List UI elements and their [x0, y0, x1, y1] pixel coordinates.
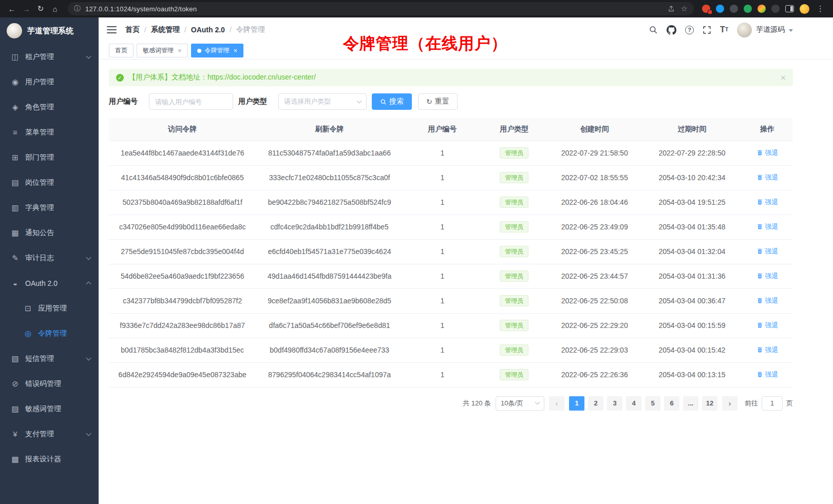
github-icon[interactable] — [667, 25, 676, 35]
sidebar-item-label: 角色管理 — [25, 103, 90, 112]
table-row: 41c41346a548490f9dc8b01c6bfe0865333ecfc7… — [109, 165, 793, 190]
action-cell: 强退 — [742, 362, 793, 387]
force-logout-button[interactable]: 强退 — [756, 370, 779, 379]
page-button-1[interactable]: 1 — [569, 396, 584, 411]
sidebar-item-role[interactable]: ◈角色管理 — [0, 94, 99, 120]
browser-menu-icon[interactable]: ⋮ — [815, 4, 826, 13]
page-more-button[interactable]: ... — [683, 396, 698, 411]
extension-icon[interactable] — [744, 5, 752, 13]
bookmark-star-icon[interactable]: ☆ — [681, 4, 688, 13]
page-button-6[interactable]: 6 — [664, 396, 679, 411]
tab-close-icon[interactable]: × — [178, 47, 182, 54]
force-logout-button[interactable]: 强退 — [756, 198, 779, 207]
sidebar-item-oauth2-app[interactable]: ⊡应用管理 — [0, 296, 99, 321]
user-type-select[interactable]: 请选择用户类型 — [278, 93, 367, 110]
force-logout-button[interactable]: 强退 — [756, 247, 779, 256]
refresh-token-cell: e6cfd40eb1f54571a31e775e039c4624 — [256, 239, 403, 264]
action-cell: 强退 — [742, 313, 793, 338]
extension-icon[interactable] — [758, 5, 766, 13]
sidebar-item-label: 用户管理 — [25, 77, 90, 87]
browser-forward-icon[interactable]: → — [20, 2, 33, 15]
sidebar-item-dept[interactable]: ⊞部门管理 — [0, 145, 99, 170]
reset-button[interactable]: ↻ 重置 — [418, 93, 458, 110]
force-logout-button[interactable]: 强退 — [756, 272, 779, 281]
search-button[interactable]: 搜索 — [372, 93, 412, 110]
goto-page-input[interactable] — [762, 396, 783, 411]
breadcrumb-item[interactable]: OAuth 2.0 — [191, 26, 225, 34]
user-menu[interactable]: 芋道源码 — [737, 23, 793, 37]
extension-icon[interactable] — [730, 5, 738, 13]
token-table: 访问令牌刷新令牌用户编号用户类型创建时间过期时间操作 1ea5e44f8bc14… — [109, 118, 793, 387]
sidebar-item-pay[interactable]: ¥支付管理 — [0, 421, 99, 447]
app-logo-area[interactable]: 芋道管理系统 — [0, 17, 99, 44]
force-logout-label: 强退 — [765, 222, 779, 231]
sidebar-item-post[interactable]: ▤岗位管理 — [0, 170, 99, 195]
sidebar-item-audit-log[interactable]: ✎审计日志 — [0, 245, 99, 270]
sidebar-item-user[interactable]: ◉用户管理 — [0, 69, 99, 94]
alert-prefix: 【用户体系】文档地址： — [128, 73, 207, 81]
page-button-12[interactable]: 12 — [702, 396, 717, 411]
tab-sensitive-word[interactable]: 敏感词管理× — [137, 44, 188, 57]
browser-home-icon[interactable]: ⌂ — [48, 2, 62, 15]
breadcrumb-item[interactable]: 首页 — [125, 25, 140, 34]
prev-page-button[interactable]: ‹ — [549, 396, 564, 411]
sidebar-item-tenant[interactable]: ◫租户管理 — [0, 44, 99, 69]
chevron-down-icon — [86, 255, 91, 260]
sidebar-item-sensitive-word[interactable]: ▨敏感词管理 — [0, 396, 99, 421]
browser-profile-avatar[interactable] — [800, 4, 809, 14]
extension-icon[interactable] — [771, 5, 780, 13]
extension-badge — [708, 10, 712, 14]
next-page-button[interactable]: › — [722, 396, 737, 411]
force-logout-button[interactable]: 强退 — [756, 148, 779, 158]
column-header-access-token: 访问令牌 — [109, 118, 256, 141]
report-icon: ▩ — [11, 455, 20, 464]
tab-close-icon[interactable]: × — [234, 47, 238, 54]
site-info-icon[interactable]: ⓘ — [74, 4, 81, 13]
chevron-down-icon — [86, 355, 91, 360]
sidebar-item-sms[interactable]: ▧短信管理 — [0, 346, 99, 371]
search-icon[interactable] — [649, 25, 658, 34]
force-logout-button[interactable]: 强退 — [756, 222, 779, 231]
page-size-value: 10条/页 — [501, 399, 523, 408]
error-code-icon: ⊘ — [11, 379, 20, 389]
sidebar-item-menu[interactable]: ≡菜单管理 — [0, 120, 99, 145]
sidebar-item-oauth2-token[interactable]: ◎令牌管理 — [0, 321, 99, 346]
page-button-2[interactable]: 2 — [588, 396, 603, 411]
extension-icon[interactable] — [702, 5, 710, 13]
doc-link[interactable]: https://doc.iocoder.cn/user-center/ — [207, 73, 316, 81]
force-logout-button[interactable]: 强退 — [756, 296, 779, 305]
fullscreen-icon[interactable] — [703, 26, 711, 34]
sidebar-item-notice[interactable]: ▦通知公告 — [0, 220, 99, 245]
sidebar-item-oauth2[interactable]: ◒OAuth 2.0 — [0, 270, 99, 296]
browser-reload-icon[interactable]: ↻ — [34, 2, 47, 15]
page-button-4[interactable]: 4 — [626, 396, 641, 411]
collapse-sidebar-icon[interactable] — [107, 26, 117, 33]
font-size-icon[interactable]: TT — [720, 26, 728, 34]
sidebar-item-report-designer[interactable]: ▩报表设计器 — [0, 447, 99, 472]
table-row: b0d1785bc3a8482f812db4a3f3bd15ecb0df4980… — [109, 338, 793, 362]
force-logout-button[interactable]: 强退 — [756, 321, 779, 330]
force-logout-button[interactable]: 强退 — [756, 173, 779, 182]
token-icon: ◎ — [24, 329, 32, 338]
address-bar[interactable]: ⓘ 127.0.0.1:1024/system/oauth2/token ☆ — [68, 2, 694, 15]
browser-back-icon[interactable]: ← — [5, 2, 18, 15]
tab-home[interactable]: 首页 — [109, 44, 134, 57]
page-button-3[interactable]: 3 — [607, 396, 622, 411]
dept-icon: ⊞ — [11, 153, 20, 162]
tab-token[interactable]: 令牌管理× — [191, 44, 244, 57]
sidebar-item-error-code[interactable]: ⊘错误码管理 — [0, 371, 99, 396]
sidebar-item-label: 字典管理 — [25, 203, 90, 212]
extension-icon[interactable] — [716, 5, 724, 13]
alert-close-icon[interactable]: × — [781, 73, 786, 82]
force-logout-button[interactable]: 强退 — [756, 345, 779, 355]
help-icon[interactable]: ? — [685, 26, 694, 34]
split-view-icon[interactable] — [785, 5, 794, 12]
main-area: 首页/系统管理/OAuth 2.0/令牌管理 ? TT 芋道 — [99, 17, 833, 504]
share-icon[interactable] — [668, 5, 675, 12]
user-id-input[interactable] — [149, 93, 233, 110]
dict-icon: ▥ — [11, 203, 20, 212]
page-size-select[interactable]: 10条/页 — [496, 396, 544, 411]
sidebar-item-dict[interactable]: ▥字典管理 — [0, 195, 99, 220]
page-button-5[interactable]: 5 — [645, 396, 660, 411]
breadcrumb-item[interactable]: 系统管理 — [151, 25, 180, 34]
